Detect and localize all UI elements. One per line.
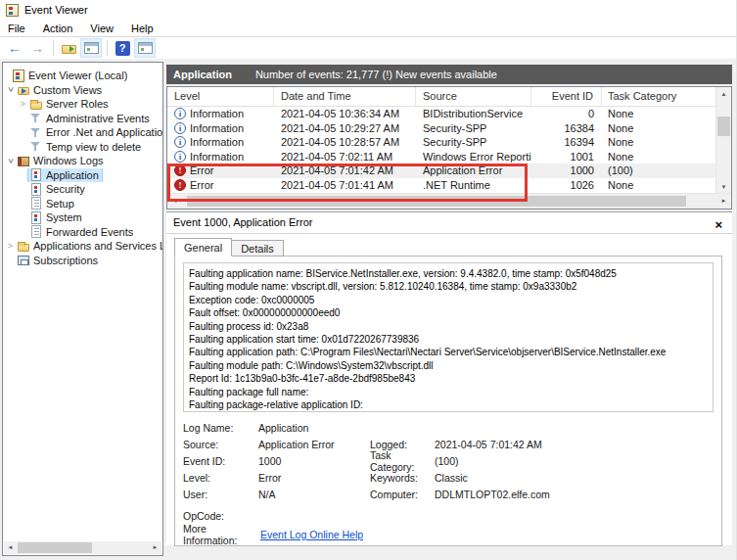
sidebar-item-system[interactable]: > System xyxy=(3,210,162,225)
tab-general[interactable]: General xyxy=(174,238,232,257)
back-button[interactable]: ← xyxy=(4,38,25,58)
error-icon xyxy=(174,179,186,191)
console-tree: Event Viewer (Local) > Custom Views > Se… xyxy=(3,69,162,267)
sidebar-item-administrative-events[interactable]: > Administrative Events xyxy=(3,112,162,126)
menu-file[interactable]: File xyxy=(0,21,34,36)
scroll-right-icon[interactable]: ► xyxy=(716,194,731,208)
field-row-eventid-task: Event ID: 1000 Task Category: (100) xyxy=(183,452,714,469)
table-row[interactable]: Error 2021-04-05 7:01:41 AM .NET Runtime… xyxy=(167,178,716,193)
expander-icon[interactable]: > xyxy=(18,99,28,110)
sidebar-item-error-net-and-application[interactable]: > Error .Net and Application xyxy=(3,125,162,140)
event-description-box[interactable]: Faulting application name: BIService.Net… xyxy=(183,262,714,412)
column-header-task-category[interactable]: Task Category xyxy=(602,87,714,106)
back-arrow-icon: ← xyxy=(8,41,22,55)
sidebar-item-setup[interactable]: > Setup xyxy=(3,197,162,211)
filter-view-icon xyxy=(29,112,43,124)
event-log-online-help-link[interactable]: Event Log Online Help xyxy=(260,529,363,540)
scroll-left-icon[interactable]: ◄ xyxy=(4,541,17,554)
subscriptions-icon xyxy=(17,254,30,266)
field-value: (100) xyxy=(435,455,459,467)
sidebar-horizontal-scrollbar[interactable]: ◄ ► xyxy=(4,541,161,554)
scrollbar-thumb[interactable] xyxy=(187,196,686,207)
column-header-date[interactable]: Date and Time xyxy=(274,87,416,106)
toolbar-separator xyxy=(53,40,54,56)
menu-help[interactable]: Help xyxy=(122,21,162,36)
content-area: Event Viewer (Local) > Custom Views > Se… xyxy=(0,59,737,560)
sidebar-item-security[interactable]: > Security xyxy=(3,182,162,197)
expander-icon[interactable]: > xyxy=(5,84,16,95)
sidebar-item-server-roles[interactable]: > Server Roles xyxy=(3,97,162,112)
event-fields: Log Name: Application Source: Applicatio… xyxy=(183,419,714,542)
scroll-left-icon[interactable]: ◄ xyxy=(167,194,182,208)
field-label: Source: xyxy=(183,439,258,450)
show-console-tree-button[interactable] xyxy=(80,38,102,58)
folder-icon xyxy=(29,98,43,111)
help-button[interactable]: ? xyxy=(112,38,133,58)
table-row[interactable]: Information 2021-04-05 10:36:34 AM BIDis… xyxy=(167,107,716,121)
table-row[interactable]: Information 2021-04-05 10:28:57 AM Secur… xyxy=(167,135,716,150)
sidebar-item-subscriptions[interactable]: > Subscriptions xyxy=(3,254,162,268)
custom-views-folder-icon xyxy=(17,83,30,96)
description-line: Faulting package full name: xyxy=(189,386,713,398)
field-row-user-computer: User: N/A Computer: DDLMTLOPT02.elfe.com xyxy=(183,486,714,502)
field-row-log-name: Log Name: Application xyxy=(183,419,714,436)
sidebar-item-custom-views[interactable]: > Custom Views xyxy=(3,83,162,98)
help-icon: ? xyxy=(115,41,130,56)
forward-arrow-icon: → xyxy=(30,41,44,55)
information-icon xyxy=(174,108,186,119)
information-icon xyxy=(174,136,186,148)
column-header-event-id[interactable]: Event ID xyxy=(531,87,602,106)
table-vertical-scrollbar[interactable]: ▲ ▼ xyxy=(715,87,731,194)
close-icon[interactable]: × xyxy=(714,214,722,235)
column-header-level[interactable]: Level xyxy=(167,87,274,106)
field-value: DDLMTLOPT02.elfe.com xyxy=(435,489,550,500)
log-summary-bar: Application Number of events: 21,777 (!)… xyxy=(166,65,732,84)
selected-tree-item: Application xyxy=(28,168,102,182)
console-tree-icon xyxy=(84,42,99,54)
console-tree-panel: Event Viewer (Local) > Custom Views > Se… xyxy=(2,62,163,556)
menu-bar: File Action View Help xyxy=(0,20,736,37)
sidebar-item-applications-and-services-log[interactable]: > Applications and Services Log xyxy=(3,239,162,254)
field-value: Application xyxy=(258,422,370,434)
scrollbar-thumb[interactable] xyxy=(18,542,92,553)
expander-icon[interactable]: > xyxy=(5,241,16,252)
column-header-source[interactable]: Source xyxy=(416,87,531,106)
field-label: Keywords: xyxy=(370,472,435,484)
description-line: Faulting module path: C:\Windows\System3… xyxy=(189,359,713,372)
field-row-level-keywords: Level: Error Keywords: Classic xyxy=(183,469,714,486)
description-line: Faulting module name: vbscript.dll, vers… xyxy=(189,280,713,293)
window-title: Event Viewer xyxy=(24,4,88,16)
sidebar-item-event-viewer-local[interactable]: Event Viewer (Local) xyxy=(3,69,162,83)
menu-view[interactable]: View xyxy=(81,21,122,36)
sidebar-item-temp-view-to-delete[interactable]: > Temp view to delete xyxy=(3,140,162,155)
scroll-up-icon[interactable]: ▲ xyxy=(716,87,731,101)
scroll-right-icon[interactable]: ► xyxy=(149,541,161,554)
description-line: Faulting process id: 0x23a8 xyxy=(189,320,713,333)
scrollbar-thumb[interactable] xyxy=(717,117,730,136)
open-saved-log-icon xyxy=(62,42,76,54)
scroll-down-icon[interactable]: ▼ xyxy=(716,180,731,194)
table-horizontal-scrollbar[interactable]: ◄ ► xyxy=(167,193,731,209)
detail-title: Event 1000, Application Error xyxy=(173,216,312,228)
table-row-selected[interactable]: Error 2021-04-05 7:01:42 AM Application … xyxy=(167,163,716,178)
sidebar-item-application[interactable]: > Application xyxy=(3,168,162,183)
table-row[interactable]: Information 2021-04-05 7:02:11 AM Window… xyxy=(167,150,716,164)
sidebar-item-forwarded-events[interactable]: > Forwarded Events xyxy=(3,225,162,240)
toolbar: ← → ? xyxy=(0,37,736,59)
show-action-pane-button[interactable] xyxy=(134,38,156,58)
menu-action[interactable]: Action xyxy=(34,21,82,36)
event-viewer-app-icon xyxy=(6,4,19,17)
field-row-source-logged: Source: Application Error Logged: 2021-0… xyxy=(183,436,714,452)
forward-button[interactable]: → xyxy=(26,38,48,58)
table-row[interactable]: Information 2021-04-05 10:29:27 AM Secur… xyxy=(167,121,716,136)
events-count-text: Number of events: 21,777 (!) New events … xyxy=(255,69,497,80)
sidebar-item-windows-logs[interactable]: > Windows Logs xyxy=(3,154,162,168)
detail-tabs: General Details xyxy=(174,238,284,257)
filter-view-icon xyxy=(29,140,43,153)
field-value: 1000 xyxy=(258,455,370,467)
log-page-icon xyxy=(29,197,43,210)
tab-details[interactable]: Details xyxy=(232,240,284,257)
open-saved-log-button[interactable] xyxy=(58,38,79,58)
expander-icon[interactable]: > xyxy=(5,156,16,166)
description-line: Fault offset: 0x000000000000eed0 xyxy=(189,306,713,319)
